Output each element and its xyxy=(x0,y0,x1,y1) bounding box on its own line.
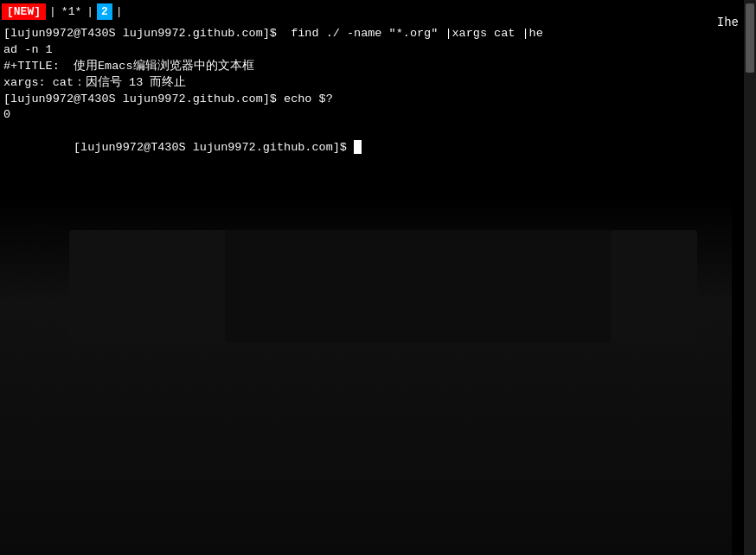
bg-block-right xyxy=(611,230,697,342)
terminal-main: [NEW] | *1* | 2 | [lujun9972@T430S lujun… xyxy=(0,0,744,555)
cursor xyxy=(354,140,362,154)
terminal-line-7-text: [lujun9972@T430S lujun9972.github.com]$ xyxy=(74,141,354,154)
terminal-line-7: [lujun9972@T430S lujun9972.github.com]$ xyxy=(0,124,744,173)
ihe-label: Ihe xyxy=(717,16,739,29)
bg-block-center xyxy=(225,230,614,342)
tab-new[interactable]: [NEW] xyxy=(2,3,46,20)
terminal-line-2: ad -n 1 xyxy=(0,42,744,59)
terminal-line-1: [lujun9972@T430S lujun9972.github.com]$ … xyxy=(0,26,744,42)
tab-bar: [NEW] | *1* | 2 | xyxy=(0,0,744,22)
terminal-container: [NEW] | *1* | 2 | [lujun9972@T430S lujun… xyxy=(0,0,756,555)
scrollbar-thumb[interactable] xyxy=(746,3,754,73)
terminal-line-6: 0 xyxy=(0,107,744,124)
tab-count[interactable]: 2 xyxy=(97,3,112,20)
terminal-line-4: xargs: cat：因信号 13 而终止 xyxy=(0,75,744,92)
background-image xyxy=(0,195,732,555)
terminal-line-5: [lujun9972@T430S lujun9972.github.com]$ … xyxy=(0,92,744,108)
tab-1[interactable]: *1* xyxy=(58,3,85,20)
tab-separator-3: | xyxy=(116,5,123,18)
terminal-line-3: #+TITLE: 使用Emacs编辑浏览器中的文本框 xyxy=(0,59,744,75)
tab-separator-2: | xyxy=(86,5,93,18)
scrollbar[interactable] xyxy=(744,0,756,555)
tab-separator-1: | xyxy=(49,5,56,18)
terminal-text: [lujun9972@T430S lujun9972.github.com]$ … xyxy=(0,26,744,173)
terminal-content[interactable]: [lujun9972@T430S lujun9972.github.com]$ … xyxy=(0,22,744,555)
